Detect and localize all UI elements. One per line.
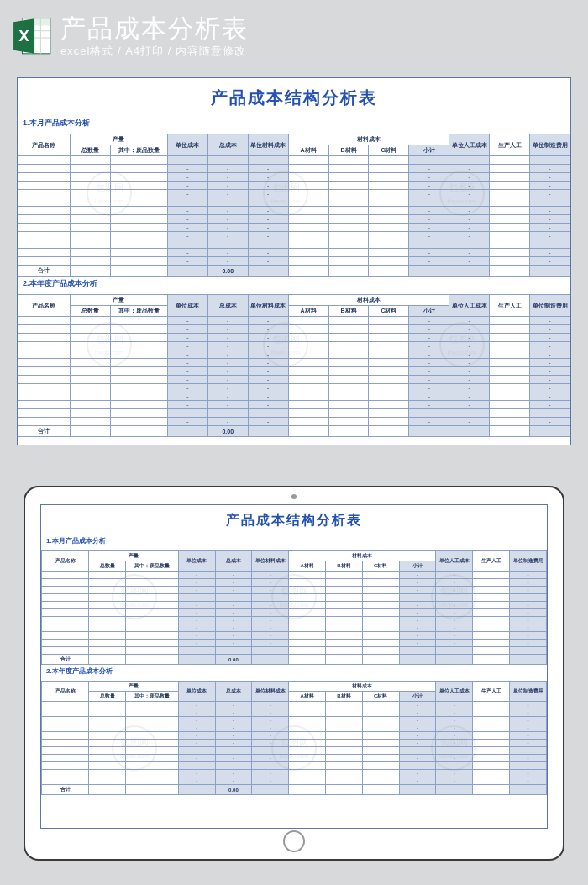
table-row: - - - - - - [18,232,570,240]
table-row: - - - - - - [18,207,570,215]
table-row: - - - - - - [18,317,570,325]
table-row: - - - - - - [18,190,570,198]
total-value: 0.00 [207,266,248,277]
table-row: - - - - - - [18,334,570,342]
col-unit-mat: 单位材料成本 [252,682,289,702]
table-row: - - - - - - [18,249,570,257]
col-mat-cost: 材料成本 [288,134,449,145]
table-row: - - - - - - [42,740,547,747]
table-row: - - - - - - [42,732,547,740]
col-unit-labor: 单位人工成本 [436,551,473,572]
svg-text:X: X [18,27,29,45]
col-qty-total: 总数量 [89,692,126,702]
table-row: - - - - - - [18,342,570,350]
table-row: - - - - - - [18,350,570,359]
col-mat-a: A材料 [288,306,328,317]
table-row: - - - - - - [18,240,570,249]
table-row: - - - - - - [42,755,547,762]
table-row: - - - - - - [18,198,570,207]
total-label: 合计 [18,426,71,437]
total-value: 0.00 [215,785,252,795]
template-subtitle: excel格式 / A4打印 / 内容随意修改 [60,44,576,59]
col-mat-c: C材料 [362,561,399,572]
table-row: - - - - - - [42,602,547,609]
table-row: - - - - - - [42,632,547,640]
col-unit-mat: 单位材料成本 [252,551,289,572]
col-total-cost: 总成本 [207,295,248,317]
col-qty-waste: 其中：废品数量 [126,561,179,572]
section-2-label: 2.本年度产品成本分析 [18,277,570,294]
col-unit-mat: 单位材料成本 [248,295,288,317]
col-unit-cost: 单位成本 [178,682,215,702]
excel-icon: X [12,15,54,57]
table-row: - - - - - - [42,609,547,617]
col-unit-cost: 单位成本 [167,134,207,156]
table-row: - - - - - - [42,640,547,647]
col-labor: 生产人工 [473,682,510,702]
col-subtotal: 小计 [409,145,449,156]
col-total-cost: 总成本 [215,682,252,702]
col-product-name: 产品名称 [42,551,89,572]
col-unit-mfg: 单位制造费用 [510,682,547,702]
col-unit-labor: 单位人工成本 [449,134,490,156]
col-unit-mfg: 单位制造费用 [510,551,547,572]
col-unit-mfg: 单位制造费用 [530,295,570,317]
table-row: - - - - - - [42,724,547,732]
table-row: - - - - - - [42,770,547,777]
table-row: - - - - - - [18,325,570,334]
table-row: - - - - - - [42,617,547,624]
col-product-name: 产品名称 [18,134,71,156]
table-row: - - - - - - [18,224,570,232]
doc-title: 产品成本结构分析表 [18,78,570,116]
col-unit-cost: 单位成本 [178,551,215,572]
table-row: - - - - - - [18,182,570,190]
table-row: - - - - - - [18,384,570,392]
tablet-frame: 产品成本结构分析表 1.本月产品成本分析 产品名称 产量 单位成本 总成本 单位… [24,486,564,861]
col-mat-c: C材料 [369,145,409,156]
table-row: - - - - - - [42,587,547,594]
col-mat-cost: 材料成本 [288,295,449,306]
col-qty: 产量 [89,682,178,692]
table-row: - - - - - - [18,418,570,426]
table-row: - - - - - - [42,624,547,632]
col-mat-cost: 材料成本 [289,551,436,561]
table-row: - - - - - - [42,647,547,655]
col-unit-mat: 单位材料成本 [248,134,288,156]
cost-table: 产品名称 产量 单位成本 总成本 单位材料成本 材料成本 单位人工成本 生产人工… [18,134,570,277]
table-row: - - - - - - [18,156,570,165]
col-product-name: 产品名称 [42,682,89,702]
col-subtotal: 小计 [409,306,449,317]
cost-table: 产品名称 产量 单位成本 总成本 单位材料成本 材料成本 单位人工成本 生产人工… [41,550,547,665]
table-row: - - - - - - [18,215,570,224]
col-mat-b: B材料 [325,561,362,572]
col-subtotal: 小计 [399,561,436,572]
col-mat-b: B材料 [325,692,362,702]
table-row: - - - - - - [18,376,570,384]
total-label: 合计 [18,266,71,277]
col-labor: 生产人工 [490,134,530,156]
table-row: - - - - - - [42,709,547,717]
cost-table: 产品名称 产量 单位成本 总成本 单位材料成本 材料成本 单位人工成本 生产人工… [41,681,547,795]
total-label: 合计 [42,655,89,665]
total-value: 0.00 [207,426,248,437]
col-labor: 生产人工 [473,551,510,572]
table-row: - - - - - - [42,579,547,587]
col-product-name: 产品名称 [18,295,71,317]
table-row: - - - - - - [18,367,570,376]
col-qty: 产量 [70,295,167,306]
table-row: - - - - - - [18,409,570,418]
sheet-preview-tablet: 产品成本结构分析表 1.本月产品成本分析 产品名称 产量 单位成本 总成本 单位… [40,504,548,829]
table-row: - - - - - - [42,594,547,602]
col-unit-cost: 单位成本 [167,295,207,317]
col-mat-a: A材料 [289,692,326,702]
col-qty-total: 总数量 [70,306,110,317]
table-row: - - - - - - [18,173,570,182]
col-labor: 生产人工 [490,295,530,317]
col-qty-waste: 其中：废品数量 [110,145,167,156]
col-qty-total: 总数量 [89,561,126,572]
col-mat-c: C材料 [362,692,399,702]
col-total-cost: 总成本 [215,551,252,572]
col-mat-b: B材料 [328,145,369,156]
col-qty-waste: 其中：废品数量 [126,692,179,702]
table-row: - - - - - - [18,401,570,409]
